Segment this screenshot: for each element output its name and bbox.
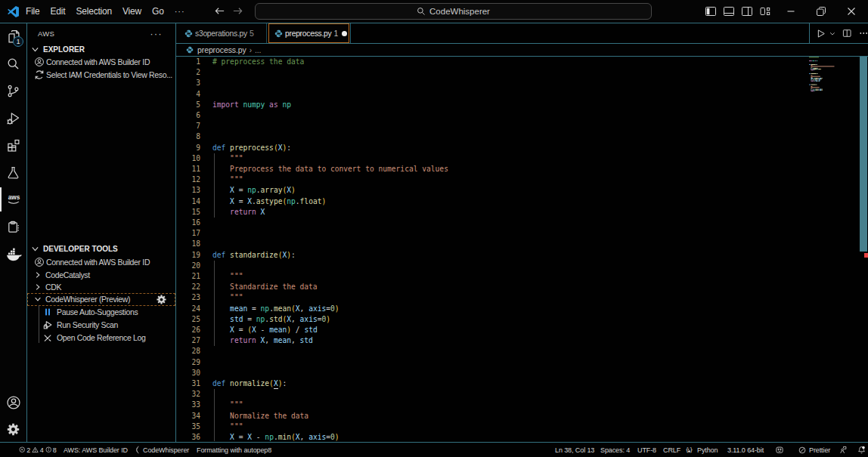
status-language-mode[interactable]: {}Python bbox=[685, 443, 718, 457]
line-number: 8 bbox=[176, 131, 200, 142]
svg-text:aws: aws bbox=[8, 194, 20, 201]
developer-tools-header[interactable]: DEVELOPER TOOLS bbox=[27, 242, 175, 255]
code-line-15: 15 return X bbox=[176, 207, 804, 218]
devtools-item-4[interactable]: Pause Auto-Suggestions bbox=[27, 306, 175, 319]
activity-source-control-icon[interactable] bbox=[0, 78, 26, 103]
code-line-21: 21 """ bbox=[176, 271, 804, 282]
devtools-item-1[interactable]: CodeCatalyst bbox=[27, 268, 175, 281]
status-cursor-position[interactable]: Ln 38, Col 13 bbox=[555, 443, 594, 457]
line-content: """ bbox=[212, 153, 243, 164]
activity-run-and-debug-icon[interactable] bbox=[0, 105, 26, 131]
breadcrumb-symbol[interactable]: ... bbox=[255, 45, 261, 54]
tab-s3operations.py[interactable]: s3operations.py5 bbox=[176, 23, 267, 43]
run-dropdown-chevron-icon[interactable] bbox=[829, 29, 836, 38]
activity-aws-icon[interactable]: aws bbox=[0, 187, 26, 212]
activity-settings-icon[interactable] bbox=[0, 416, 26, 442]
section-label: DEVELOPER TOOLS bbox=[43, 245, 118, 253]
explorer-item-0[interactable]: Connected with AWS Builder ID bbox=[27, 55, 175, 68]
code-editor[interactable]: 1# preprocess the data2345import numpy a… bbox=[176, 57, 868, 441]
line-number: 28 bbox=[176, 346, 200, 357]
breadcrumb-file[interactable]: preprocess.py bbox=[197, 45, 246, 54]
toggle-sidebar-icon[interactable] bbox=[705, 5, 717, 17]
customize-layout-icon[interactable] bbox=[759, 5, 771, 17]
status-tweet-feedback[interactable] bbox=[839, 443, 848, 457]
devtools-item-2[interactable]: CDK bbox=[27, 281, 175, 294]
codewhisperer-settings-gear-icon[interactable] bbox=[156, 294, 167, 305]
status-codewhisperer-status[interactable]: CodeWhisperer bbox=[134, 443, 189, 457]
tree-indent-guide bbox=[39, 305, 39, 343]
code-line-4: 4 bbox=[176, 89, 804, 100]
more-actions-icon[interactable] bbox=[859, 28, 868, 39]
person-circle-icon bbox=[33, 56, 45, 68]
status-interpreter[interactable]: 3.11.0 64-bit bbox=[727, 443, 764, 457]
status-notifications[interactable] bbox=[857, 443, 866, 457]
run-python-file-icon[interactable] bbox=[816, 28, 826, 39]
explorer-section-header[interactable]: EXPLORER bbox=[27, 43, 175, 55]
menu-selection[interactable]: Selection bbox=[70, 6, 117, 17]
breadcrumb[interactable]: preprocess.py › ... bbox=[176, 44, 868, 57]
menu-go[interactable]: Go bbox=[147, 6, 169, 17]
toggle-secondary-sidebar-icon[interactable] bbox=[741, 5, 753, 17]
forward-arrow-icon[interactable] bbox=[232, 5, 243, 17]
status-indentation[interactable]: Spaces: 4 bbox=[600, 443, 630, 457]
devtools-item-3[interactable]: CodeWhisperer (Preview) bbox=[27, 293, 175, 306]
devtools-item-0[interactable]: Connected with AWS Builder ID bbox=[27, 256, 175, 269]
line-number: 18 bbox=[176, 239, 200, 249]
scrollbar-slider[interactable] bbox=[860, 57, 867, 252]
command-center[interactable]: CodeWhisperer bbox=[255, 3, 652, 20]
row-label: Pause Auto-Suggestions bbox=[57, 307, 138, 317]
activity-explorer-icon[interactable]: 1 bbox=[0, 23, 26, 49]
devtools-item-6[interactable]: Open Code Reference Log bbox=[27, 332, 175, 344]
explorer-item-1[interactable]: Select IAM Credentials to View Reso... bbox=[27, 68, 175, 81]
code-line-29: 29 bbox=[176, 357, 804, 368]
code-line-24: 24 mean = np.mean(X, axis=0) bbox=[176, 304, 804, 314]
line-number: 11 bbox=[176, 164, 200, 174]
line-number: 10 bbox=[176, 153, 200, 164]
editor-actions bbox=[809, 23, 868, 43]
devtools-item-5[interactable]: Run Security Scan bbox=[27, 319, 175, 332]
line-number: 34 bbox=[176, 411, 200, 421]
sidebar-title: AWS bbox=[38, 29, 54, 38]
menu-more[interactable]: ··· bbox=[169, 7, 191, 16]
status-feedback-smiley[interactable] bbox=[775, 443, 784, 457]
restore-icon[interactable] bbox=[815, 5, 827, 17]
menu-file[interactable]: File bbox=[20, 6, 45, 17]
activity-extensions-icon[interactable] bbox=[0, 132, 26, 158]
editor-scrollbar[interactable] bbox=[860, 57, 868, 441]
activity-notebook-icon[interactable] bbox=[0, 214, 26, 239]
code-line-33: 33 """ bbox=[176, 400, 804, 410]
activity-docker-icon[interactable] bbox=[0, 241, 26, 267]
status-aws-connection[interactable]: AWS: AWS Builder ID bbox=[64, 443, 128, 457]
line-number: 12 bbox=[176, 174, 200, 185]
python-file-icon bbox=[186, 46, 194, 54]
close-icon[interactable] bbox=[845, 5, 857, 17]
activity-search-icon[interactable] bbox=[0, 51, 26, 76]
toggle-panel-icon[interactable] bbox=[723, 5, 735, 17]
active-view-indicator bbox=[0, 187, 2, 212]
line-content: Normalize the data bbox=[212, 411, 308, 421]
tab-preprocess.py[interactable]: preprocess.py1 bbox=[268, 23, 349, 43]
sidebar-more-actions[interactable]: ··· bbox=[150, 29, 163, 39]
back-arrow-icon[interactable] bbox=[214, 5, 225, 17]
minimap[interactable] bbox=[808, 57, 860, 155]
tab-bar: s3operations.py5preprocess.py1 bbox=[176, 23, 868, 44]
menu-view[interactable]: View bbox=[117, 6, 147, 17]
menu-edit[interactable]: Edit bbox=[45, 6, 71, 17]
status-prettier[interactable]: Prettier bbox=[798, 443, 830, 457]
activity-testing-icon[interactable] bbox=[0, 159, 26, 185]
code-line-19: 19def standardize(X): bbox=[176, 250, 804, 261]
code-line-22: 22 Standardize the data bbox=[176, 282, 804, 292]
command-center-label: CodeWhisperer bbox=[429, 7, 490, 16]
split-editor-icon[interactable] bbox=[842, 28, 851, 39]
status-encoding[interactable]: UTF-8 bbox=[637, 443, 656, 457]
minimize-icon[interactable] bbox=[785, 5, 797, 17]
line-number: 17 bbox=[176, 228, 200, 239]
pause-icon bbox=[42, 306, 54, 318]
activity-account-icon[interactable] bbox=[0, 390, 26, 415]
row-label: CodeCatalyst bbox=[45, 270, 90, 279]
status-problems[interactable]: 248 bbox=[19, 443, 57, 457]
line-number: 25 bbox=[176, 314, 200, 325]
error-icon bbox=[19, 446, 26, 453]
status-eol[interactable]: CRLF bbox=[663, 443, 680, 457]
chevron-right-icon bbox=[32, 281, 44, 293]
